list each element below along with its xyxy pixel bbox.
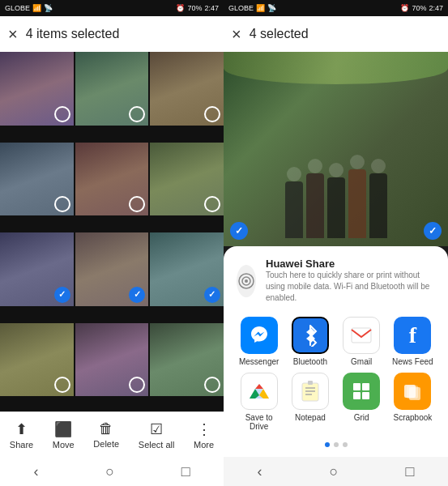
check-6[interactable]	[204, 196, 220, 212]
app-drive[interactable]: Save to Drive	[237, 373, 281, 431]
svg-rect-10	[362, 383, 369, 390]
app-newsfeed[interactable]: f News Feed	[390, 317, 435, 366]
svg-rect-9	[353, 383, 361, 390]
photo-cell-8[interactable]	[75, 232, 149, 306]
drive-icon	[241, 373, 278, 410]
share-button[interactable]: ⬆ Share	[10, 420, 33, 450]
more-icon: ⋮	[197, 420, 211, 438]
svg-rect-8	[308, 381, 313, 385]
right-wifi-icon: 📡	[267, 4, 276, 12]
check-1[interactable]	[54, 106, 70, 122]
huawei-share-desc: Touch here to quickly share or print wit…	[266, 270, 435, 304]
left-panel: GLOBE 📶 📡 ⏰ 70% 2:47 × 4 items selected	[0, 0, 224, 486]
scrapbook-icon-box	[394, 373, 431, 410]
right-status-bar: GLOBE 📶 📡 ⏰ 70% 2:47	[224, 0, 448, 16]
left-carrier: GLOBE	[5, 4, 30, 12]
left-title: 4 items selected	[26, 27, 120, 41]
check-12[interactable]	[204, 377, 220, 393]
photo-cell-6[interactable]	[150, 143, 224, 216]
check-11[interactable]	[129, 377, 145, 393]
photo-cell-5[interactable]	[75, 143, 149, 216]
check-4[interactable]	[54, 196, 70, 212]
right-title: 4 selected	[250, 27, 309, 41]
messenger-icon	[241, 317, 278, 354]
dot-2	[334, 442, 339, 447]
check-3[interactable]	[204, 106, 220, 122]
app-grid[interactable]: Grid	[339, 373, 384, 431]
delete-icon: 🗑	[99, 420, 113, 437]
huawei-share-row[interactable]: Huawei Share Touch here to quickly share…	[237, 258, 435, 304]
photo-cell-2[interactable]	[75, 52, 149, 126]
photo-cell-3[interactable]	[150, 52, 224, 126]
app-scrapbook[interactable]: Scrapbook	[390, 373, 435, 431]
messenger-label: Messenger	[239, 357, 279, 366]
check-2[interactable]	[129, 106, 145, 122]
select-all-button[interactable]: ☑ Select all	[139, 420, 175, 450]
check-8[interactable]	[129, 287, 145, 303]
left-nav-bar: ‹ ○ □	[0, 457, 224, 486]
left-top-bar: × 4 items selected	[0, 16, 224, 52]
back-nav-icon[interactable]: ‹	[33, 463, 38, 480]
left-close-button[interactable]: ×	[8, 25, 18, 44]
photo-cell-7[interactable]	[0, 232, 74, 306]
recents-nav-icon[interactable]: □	[181, 463, 190, 480]
right-status-right: ⏰ 70% 2:47	[400, 4, 443, 12]
scrapbook-label: Scrapbook	[393, 413, 432, 422]
app-gmail[interactable]: Gmail	[339, 317, 384, 366]
photo-cell-12[interactable]	[150, 323, 224, 397]
page-dots	[237, 442, 435, 447]
right-nav-bar: ‹ ○ □	[224, 457, 448, 486]
right-recents-nav-icon[interactable]: □	[406, 463, 415, 480]
right-close-button[interactable]: ×	[232, 25, 241, 44]
app-notepad[interactable]: Notepad	[288, 373, 332, 431]
delete-button[interactable]: 🗑 Delete	[93, 420, 119, 449]
photo-cell-9[interactable]	[150, 232, 224, 306]
people-silhouettes	[224, 155, 448, 238]
grid-icon-box	[343, 373, 380, 410]
photo-check-left: ✓	[230, 222, 248, 240]
person-2	[306, 159, 324, 238]
home-nav-icon[interactable]: ○	[105, 463, 114, 480]
select-all-label: Select all	[139, 440, 175, 450]
app-grid: Messenger Bluetooth	[237, 317, 435, 431]
left-status-right: ⏰ 70% 2:47	[176, 4, 219, 12]
gmail-icon	[343, 317, 380, 354]
huawei-share-text: Huawei Share Touch here to quickly share…	[266, 258, 435, 304]
left-wifi-icon: 📡	[44, 4, 53, 12]
left-status-bar: GLOBE 📶 📡 ⏰ 70% 2:47	[0, 0, 224, 16]
svg-rect-11	[353, 392, 361, 399]
check-9[interactable]	[204, 287, 220, 303]
main-photo-image: ✓ ✓	[224, 52, 448, 246]
right-status-left: GLOBE 📶 📡	[228, 4, 276, 12]
right-home-nav-icon[interactable]: ○	[330, 463, 339, 480]
app-bluetooth[interactable]: Bluetooth	[288, 317, 332, 366]
photo-cell-1[interactable]	[0, 52, 74, 126]
newsfeed-icon: f	[394, 317, 431, 354]
move-label: Move	[53, 440, 75, 450]
more-button[interactable]: ⋮ More	[194, 420, 214, 450]
right-panel: GLOBE 📶 📡 ⏰ 70% 2:47 × 4 selected	[224, 0, 448, 486]
huawei-share-title: Huawei Share	[266, 258, 435, 270]
check-7[interactable]	[54, 287, 70, 303]
right-battery: 70%	[412, 4, 426, 12]
right-carrier: GLOBE	[228, 4, 254, 12]
dot-3	[343, 442, 348, 447]
left-battery: 70%	[187, 4, 202, 12]
check-5[interactable]	[129, 196, 145, 212]
right-back-nav-icon[interactable]: ‹	[258, 463, 262, 480]
check-10[interactable]	[54, 377, 70, 393]
left-status-left: GLOBE 📶 📡	[5, 4, 53, 12]
right-alarm-icon: ⏰	[400, 4, 409, 12]
share-label: Share	[10, 440, 33, 450]
photo-cell-4[interactable]	[0, 143, 74, 216]
app-messenger[interactable]: Messenger	[237, 317, 281, 366]
grid-label: Grid	[354, 413, 369, 422]
right-signal-icon: 📶	[256, 4, 265, 12]
right-time: 2:47	[429, 4, 443, 12]
select-all-icon: ☑	[150, 420, 163, 438]
photo-cell-11[interactable]	[75, 323, 149, 397]
photo-cell-10[interactable]	[0, 323, 74, 397]
notepad-label: Notepad	[295, 413, 326, 422]
bluetooth-icon	[292, 317, 329, 354]
move-button[interactable]: ⬛ Move	[53, 420, 75, 450]
